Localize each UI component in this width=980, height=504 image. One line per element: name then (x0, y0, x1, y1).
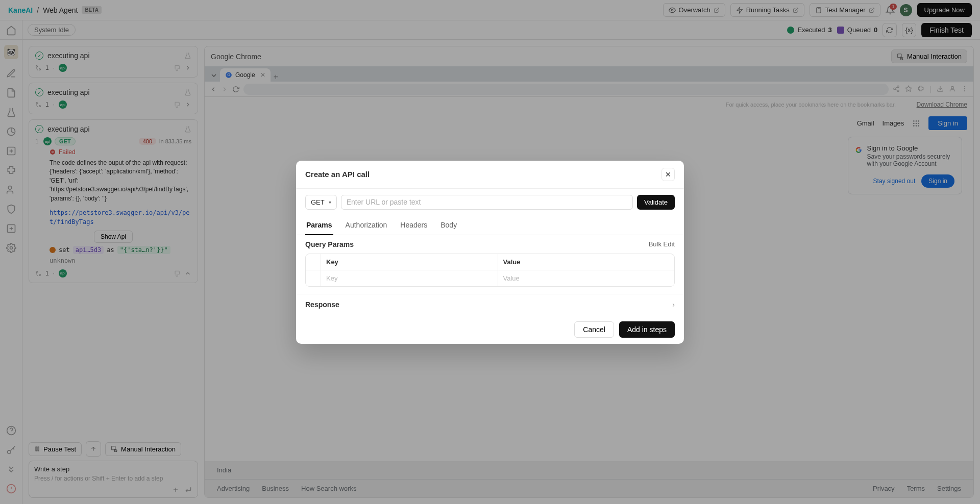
bulk-edit-link[interactable]: Bulk Edit (649, 240, 675, 248)
tab-headers[interactable]: Headers (399, 216, 428, 235)
response-label: Response (305, 300, 339, 309)
tab-params[interactable]: Params (305, 216, 333, 235)
validate-button[interactable]: Validate (637, 195, 675, 210)
modal-overlay: Create an API call ✕ GET ▾ Validate Para… (0, 0, 980, 504)
cancel-button[interactable]: Cancel (574, 321, 614, 338)
query-params-title: Query Params (305, 240, 354, 248)
param-value-input[interactable] (503, 274, 670, 282)
api-call-modal: Create an API call ✕ GET ▾ Validate Para… (296, 161, 684, 344)
modal-tabs: Params Authorization Headers Body (296, 216, 684, 235)
query-params-table: Key Value (305, 254, 675, 287)
url-input[interactable] (347, 198, 627, 206)
chevron-right-icon: › (672, 300, 675, 309)
url-field[interactable] (341, 195, 633, 210)
table-gutter (306, 254, 321, 270)
column-header-value: Value (498, 254, 675, 270)
chevron-down-icon: ▾ (329, 199, 331, 205)
modal-close-button[interactable]: ✕ (662, 168, 675, 181)
http-method-select[interactable]: GET ▾ (305, 195, 337, 210)
response-section[interactable]: Response › (296, 294, 684, 315)
tab-authorization[interactable]: Authorization (345, 216, 388, 235)
param-key-input[interactable] (326, 274, 493, 282)
method-label: GET (311, 198, 325, 206)
table-gutter (306, 270, 321, 286)
modal-title: Create an API call (305, 170, 370, 179)
tab-body[interactable]: Body (439, 216, 458, 235)
add-in-steps-button[interactable]: Add in steps (619, 321, 675, 338)
column-header-key: Key (321, 254, 498, 270)
